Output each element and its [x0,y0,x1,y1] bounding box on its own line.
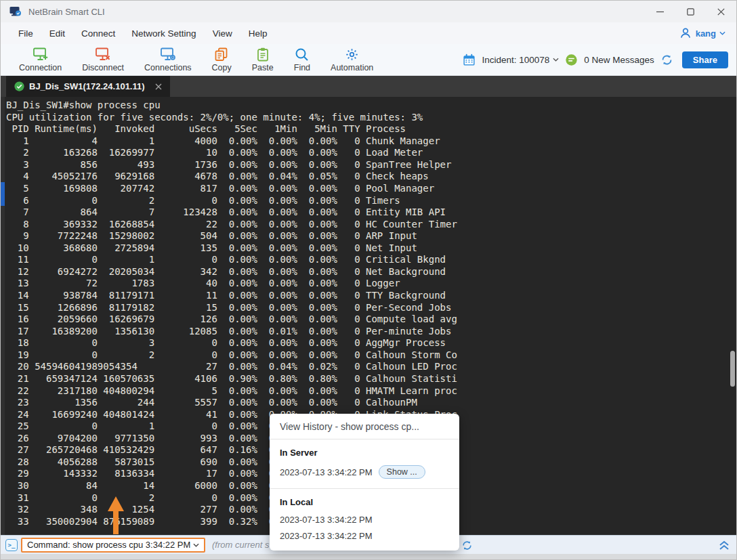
terminal-line: 2 163268 16269977 10 0.00% 0.00% 0.00% 0… [6,147,457,159]
window-footer-strip [1,554,736,560]
in-server-section: In Server 2023-07-13 3:34:22 PM Show ... [270,439,459,488]
local-time: 2023-07-13 3:34:22 PM [280,531,373,541]
status-refresh-icon[interactable] [461,540,473,551]
terminal-line: 9 7722248 15298002 504 0.00% 0.00% 0.00%… [6,230,457,242]
copy-icon [214,47,229,62]
tab-close-icon[interactable] [155,83,162,90]
terminal-line: PID Runtime(ms) Invoked uSecs 5Sec 1Min … [6,123,457,135]
terminal-line: CPU utilization for five seconds: 2%/0%;… [6,112,457,124]
paste-icon [256,47,270,62]
tab-status-connected-icon [14,81,24,91]
message-icon [565,53,578,66]
user-name: kang [696,28,716,39]
title-bar: NetBrain Smart CLI [1,1,736,22]
refresh-icon[interactable] [660,53,673,66]
automation-icon [345,47,359,62]
user-menu[interactable]: kang [679,26,725,40]
close-button[interactable] [706,1,736,22]
gutter-scroll-mark [1,182,5,206]
copy-button[interactable]: Copy [202,47,242,73]
maximize-button[interactable] [675,1,706,22]
chevron-down-icon [553,58,559,62]
terminal-line: 23 1356 244 5557 0.00% 0.00% 0.00% 0 Cal… [6,397,457,409]
tab-label: BJ_Dis_SW1(172.24.101.11) [29,81,145,91]
terminal-line: 21 659347124 160570635 4106 0.90% 0.80% … [6,373,457,385]
terminal-gutter [1,97,5,535]
terminal-line: 1 4 1 4000 0.00% 0.00% 0.00% 0 Chunk Man… [6,135,457,148]
menu-item-view[interactable]: View [205,26,240,41]
terminal-scrollbar[interactable] [730,351,735,387]
terminal-line: 8 369332 16268854 22 0.00% 0.00% 0.00% 0… [6,219,457,231]
connection-button[interactable]: Connection [9,47,72,73]
toolbar-right: Incident: 100078 0 New Messages Share [463,51,728,68]
terminal-tab[interactable]: BJ_Dis_SW1(172.24.101.11) [6,76,170,97]
window-controls [645,1,736,22]
terminal-badge-icon: >_ [5,539,18,551]
app-logo-icon [9,5,22,18]
command-dropdown[interactable]: Command: show process cpu 3:34:22 PM [21,538,205,553]
pointer-arrow-icon [107,496,125,534]
terminal-line: 16 2059660 16269679 126 0.00% 0.00% 0.00… [6,314,457,326]
terminal-line: 20 545946041989054354 27 0.00% 0.04% 0.0… [6,361,457,373]
user-icon [679,26,692,40]
in-server-heading: In Server [280,448,449,458]
terminal-line: 15 1266896 81179182 15 0.00% 0.00% 0.00%… [6,302,457,314]
terminal-line: 14 938784 81179171 11 0.00% 0.00% 0.00% … [6,290,457,302]
share-button[interactable]: Share [682,51,728,68]
terminal-line: 7 864 7 123428 0.00% 0.00% 0.00% 0 Entit… [6,207,457,219]
terminal-line: 13 72 1783 40 0.00% 0.00% 0.00% 0 Logger [6,278,457,290]
toolbar: Connection Disconnect Connections Copy P… [1,44,736,76]
terminal-line: 18 0 3 0 0.00% 0.00% 0.00% 0 AggMgr Proc… [6,337,457,349]
netbrain-smart-cli-window: NetBrain Smart CLI File Edit Connect Net… [0,0,737,560]
terminal-line: 10 368680 2725894 135 0.00% 0.00% 0.00% … [6,242,457,255]
popup-title: View History - show process cp... [270,414,459,439]
tab-bar: BJ_Dis_SW1(172.24.101.11) [1,76,736,97]
terminal-line: 12 6924272 20205034 342 0.00% 0.00% 0.00… [6,266,457,278]
terminal-line: 11 0 1 0 0.00% 0.00% 0.00% 0 Critical Bk… [6,254,457,266]
terminal-line: 5 169808 207742 817 0.00% 0.00% 0.00% 0 … [6,183,457,195]
terminal-line: 22 2317180 404800294 5 0.00% 0.00% 0.00%… [6,385,457,397]
command-chevron-icon [193,543,199,547]
connections-button[interactable]: Connections [134,47,202,73]
paste-button[interactable]: Paste [242,47,284,73]
disconnect-icon [95,47,111,62]
server-time: 2023-07-13 3:34:22 PM [280,467,373,477]
local-time: 2023-07-13 3:34:22 PM [280,515,373,525]
command-label: Command: show process cpu 3:34:22 PM [27,540,190,550]
connections-icon [160,47,176,62]
terminal-line: 3 856 493 1736 0.00% 0.00% 0.00% 0 SpanT… [6,159,457,171]
messages-indicator[interactable]: 0 New Messages [584,55,654,65]
find-icon [295,47,309,62]
incident-selector[interactable]: Incident: 100078 [482,55,559,65]
menu-item-file[interactable]: File [10,26,41,41]
collapse-chevrons-icon[interactable] [719,540,730,550]
calendar-icon [463,53,476,66]
menu-bar: File Edit Connect Network Setting View H… [1,22,736,44]
chevron-down-icon [719,31,725,35]
find-button[interactable]: Find [284,47,320,73]
terminal-line: BJ_Dis_SW1#show process cpu [6,100,457,112]
menu-item-network-setting[interactable]: Network Setting [123,26,204,41]
terminal-line: 19 0 2 0 0.00% 0.00% 0.00% 0 Calhoun Sto… [6,349,457,362]
terminal-line: 17 16389200 1356130 12085 0.00% 0.01% 0.… [6,326,457,338]
disconnect-button[interactable]: Disconnect [72,47,134,73]
in-local-heading: In Local [280,497,449,507]
terminal-line: 6 0 2 0 0.00% 0.00% 0.00% 0 Timers [6,195,457,207]
in-local-section: In Local 2023-07-13 3:34:22 PM 2023-07-1… [270,488,459,551]
session-note: (from current s [212,540,270,550]
automation-button[interactable]: Automation [320,47,383,73]
minimize-button[interactable] [645,1,675,22]
menu-item-connect[interactable]: Connect [73,26,123,41]
menu-item-edit[interactable]: Edit [41,26,73,41]
connection-icon [33,47,49,62]
terminal-line: 4 45052176 9629168 4678 0.00% 0.04% 0.05… [6,171,457,183]
window-title: NetBrain Smart CLI [28,7,105,17]
history-popup: View History - show process cp... In Ser… [270,414,459,551]
show-button[interactable]: Show ... [379,465,425,479]
menu-item-help[interactable]: Help [240,26,276,41]
